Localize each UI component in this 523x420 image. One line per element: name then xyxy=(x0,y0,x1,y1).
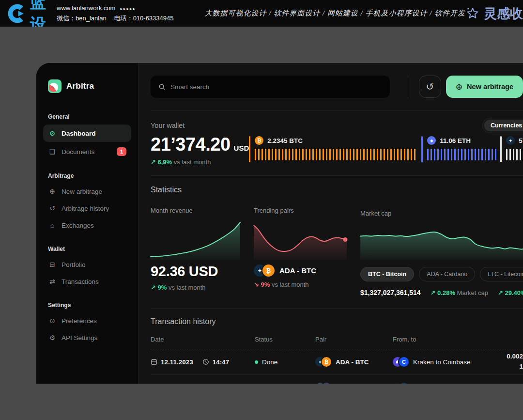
holding-amount: 11.06 ETH xyxy=(440,137,471,144)
delta-value: 9% xyxy=(158,284,167,291)
wallet-delta: ↗ 6,9% vs last month xyxy=(151,158,249,166)
coinbase-icon: C xyxy=(399,383,409,384)
sidebar-item-api-settings[interactable]: ⚙ API Settings xyxy=(43,330,131,345)
ada-icon: ✦ xyxy=(506,136,515,145)
search-input[interactable] xyxy=(170,83,382,91)
banner-phone: 电话：010-63334945 xyxy=(114,15,174,22)
market-cap-tabs: BTC - Bitcoin ADA - Cardano LTC - Liteco… xyxy=(360,267,523,281)
app-brand-name: Arbitra xyxy=(66,81,94,91)
sidebar-item-new-arbitrage[interactable]: ⊕ New arbitrage xyxy=(43,184,131,199)
transaction-route: ◆ C Binance to Coinbase xyxy=(393,383,523,384)
arbitra-logo-icon xyxy=(48,79,62,93)
wallet-holding-eth: ◆ 11.06 ETH xyxy=(421,136,496,166)
new-arbitrage-button[interactable]: ⊕ New arbitrage xyxy=(446,76,523,98)
wallet-currency: USD xyxy=(234,144,249,152)
search-box[interactable] xyxy=(151,76,390,98)
market-cap-label: Market cap xyxy=(360,210,391,217)
up-arrow-icon: ↗ xyxy=(431,289,436,296)
holding-amount: 5732.61 ADA xyxy=(519,137,523,144)
holding-marker xyxy=(500,136,502,162)
amount-line1: 0.002 xyxy=(507,353,523,360)
sidebar-item-label: Exchanges xyxy=(62,222,94,229)
col-from-to: From, to xyxy=(393,336,523,343)
transfer-arrows-icon: ⇄ xyxy=(48,278,57,285)
tab-ltc-litecoin[interactable]: LTC - Litecoin xyxy=(480,267,523,281)
down-arrow-icon: ↘ xyxy=(254,281,259,288)
new-arbitrage-label: New arbitrage xyxy=(467,83,513,91)
holding-bars xyxy=(255,149,415,160)
trending-pair-label: ADA - BTC xyxy=(279,266,316,275)
holding-marker xyxy=(249,136,250,162)
month-revenue-card: Month revenue 92.36 USD ↗ 9% vs last mon… xyxy=(151,207,240,296)
delta-value: 9% xyxy=(261,281,270,288)
sidebar-item-preferences[interactable]: ⊙ Preferences xyxy=(43,313,131,328)
up-arrow-icon: ↗ xyxy=(498,289,503,296)
plus-circle-icon: ⊕ xyxy=(48,187,57,195)
up-arrow-icon: ↗ xyxy=(151,158,156,166)
toggle-currencies[interactable]: Currencies xyxy=(484,120,523,131)
ad-banner: 蓝蓝设计 www.lanlanwork.com▸▸▸▸▸ 微信：ben_lanl… xyxy=(0,0,523,27)
month-revenue-delta: ↗ 9% vs last month xyxy=(151,284,240,291)
route-icons: C xyxy=(393,357,409,367)
col-pair: Pair xyxy=(315,336,393,343)
statistics-title: Statistics xyxy=(151,186,523,194)
trending-pairs-card: Trending pairs ✦ ₿ ADA - BTC ↘ 9% vs las… xyxy=(254,207,347,296)
tab-btc-bitcoin[interactable]: BTC - Bitcoin xyxy=(360,267,414,281)
btc-icon: ₿ xyxy=(255,136,263,145)
transaction-pair: Ł ◆ LTC - ETH xyxy=(315,383,393,384)
clock-icon xyxy=(202,358,209,365)
transactions-header-row: Date Status Pair From, to xyxy=(151,336,523,349)
transaction-pair: ✦ ₿ ADA - BTC xyxy=(315,357,393,367)
eth-icon: ◆ xyxy=(427,136,436,145)
banner-wechat: 微信：ben_lanlan xyxy=(57,15,107,22)
holding-marker xyxy=(421,136,423,162)
app-brand: Arbitra xyxy=(48,79,131,93)
eth-icon: ◆ xyxy=(322,383,331,384)
transaction-row[interactable]: 12.11.2023 14:47 Done ✦ ₿ A xyxy=(151,349,523,375)
wallet-amount-block: 21’374.20 USD ↗ 6,9% vs last month xyxy=(151,134,249,166)
market-cap-chart xyxy=(360,223,523,260)
page-background: Arbitra General ⊘ Dashboard ❏ Documents … xyxy=(0,27,523,420)
delta-value: 29.40% xyxy=(505,289,523,296)
holding-bars xyxy=(427,149,496,160)
wallet-section: Your wallet Currencies Exchanges 21’374.… xyxy=(151,111,523,175)
banner-site-link[interactable]: www.lanlanwork.com xyxy=(57,4,115,12)
wallet-delta-note: vs last month xyxy=(174,158,211,166)
volume-change: ↗ 29.40% Volume (24h) xyxy=(498,289,523,296)
wallet-view-toggle: Currencies Exchanges xyxy=(482,118,523,133)
trending-pairs-delta: ↘ 9% vs last month xyxy=(254,281,347,288)
sidebar-item-transactions[interactable]: ⇄ Transactions xyxy=(43,274,131,289)
wallet-holdings: ₿ 2.2345 BTC ◆ 11.06 ETH xyxy=(249,136,523,166)
holding-amount: 2.2345 BTC xyxy=(267,137,303,144)
wallet-holding-ada: ✦ 5732.61 ADA xyxy=(500,136,523,166)
tab-ada-cardano[interactable]: ADA - Cardano xyxy=(419,267,475,281)
documents-badge: 1 xyxy=(117,147,126,156)
transaction-route: C Kraken to Coinbase 0.002 1 xyxy=(393,352,523,372)
wallet-title: Your wallet xyxy=(151,122,523,129)
status-done-dot xyxy=(255,360,258,364)
history-button[interactable]: ↺ xyxy=(419,76,441,98)
market-cap-change: ↗ 0.28% Market cap xyxy=(431,289,488,296)
market-cap-card: Market cap 1D 7D 1M BTC - Bitcoin ADA - … xyxy=(360,207,523,296)
trending-pairs-label: Trending pairs xyxy=(254,207,347,214)
sidebar-item-dashboard[interactable]: ⊘ Dashboard xyxy=(43,124,131,142)
sidebar-item-documents[interactable]: ❏ Documents 1 xyxy=(43,143,131,160)
amount-line2: 1 xyxy=(519,363,523,370)
route-icons: ◆ C xyxy=(393,383,409,384)
exchange-building-icon: ⌂ xyxy=(48,221,57,229)
main-content: ↺ ⊕ New arbitrage Your wallet Currencies… xyxy=(138,63,523,384)
col-date: Date xyxy=(151,336,255,343)
sidebar-item-arbitrage-history[interactable]: ↺ Arbitrage history xyxy=(43,201,131,216)
transaction-row[interactable]: 02.11.2023 19:17 Pending Ł ◆ xyxy=(151,375,523,384)
btc-icon: ₿ xyxy=(262,264,275,277)
sidebar-item-label: Portfolio xyxy=(62,261,86,268)
time-value: 14:47 xyxy=(213,358,230,366)
banner-collect[interactable]: 灵感收集 xyxy=(465,5,523,22)
delta-note: vs last month xyxy=(169,284,206,291)
document-icon: ❏ xyxy=(48,148,57,156)
sidebar-item-label: Documents xyxy=(62,148,94,156)
sidebar-item-portfolio[interactable]: ⊟ Portfolio xyxy=(43,257,131,272)
sidebar-item-exchanges[interactable]: ⌂ Exchanges xyxy=(43,218,131,233)
transaction-history-title: Transaction history xyxy=(151,317,523,326)
month-revenue-value: 92.36 USD xyxy=(151,264,240,280)
